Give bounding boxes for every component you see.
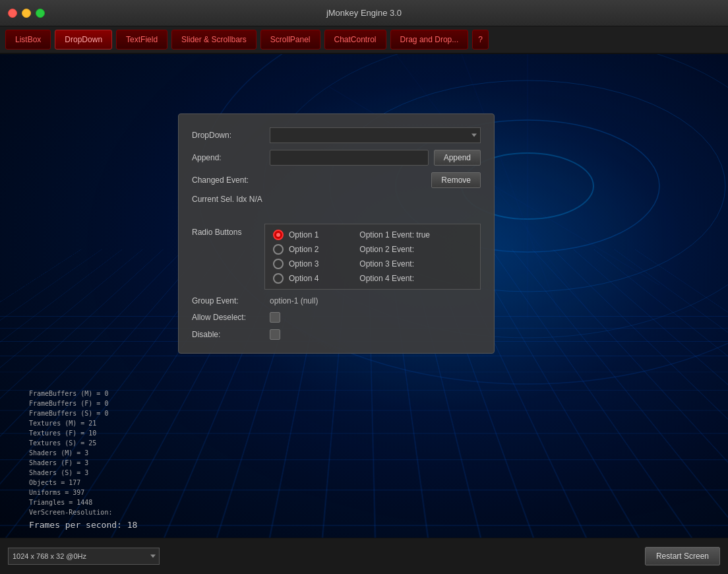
stats-line: FrameBuffers (M) = 0 (29, 389, 137, 399)
radio-label-4: Option 4 (289, 274, 318, 283)
resolution-wrapper[interactable]: 1024 x 768 x 32 @0Hz (8, 548, 160, 565)
stats-line: Shaders (M) = 3 (29, 448, 137, 458)
append-button[interactable]: Append (434, 150, 481, 166)
disable-checkbox[interactable] (270, 329, 280, 340)
append-input[interactable] (270, 150, 429, 166)
window-title: jMonkey Engine 3.0 (326, 8, 402, 18)
current-sel-label: Current Sel. Idx N/A (192, 195, 264, 204)
radio-label-3: Option 3 (289, 259, 318, 269)
changed-event-label: Changed Event: (192, 175, 264, 185)
stats-overlay: FrameBuffers (M) = 0FrameBuffers (F) = 0… (29, 389, 137, 532)
window-controls (8, 9, 45, 18)
event-item-3: Option 3 Event: (359, 259, 472, 269)
tab-listbox[interactable]: ListBox (5, 30, 51, 49)
minimize-button[interactable] (22, 9, 31, 18)
radio-options-panel: Option 1Option 2Option 3Option 4 Option … (264, 224, 481, 290)
maximize-button[interactable] (36, 9, 45, 18)
radio-item-2[interactable]: Option 2 (273, 244, 359, 255)
toolbar: ListBoxDropDownTextFieldSlider & Scrollb… (0, 26, 728, 54)
close-button[interactable] (8, 9, 17, 18)
bottombar: 1024 x 768 x 32 @0Hz Restart Screen (0, 538, 728, 574)
radio-circle-1[interactable] (273, 230, 284, 240)
stats-line: Triangles = 1448 (29, 497, 137, 507)
tab-textfield[interactable]: TextField (116, 30, 167, 49)
tab-dropdown[interactable]: DropDown (55, 30, 112, 49)
event-item-2: Option 2 Event: (359, 244, 472, 255)
radio-item-1[interactable]: Option 1 (273, 230, 359, 240)
fps-text: Frames per second: 18 (29, 519, 137, 532)
stats-line: Objects = 177 (29, 478, 137, 488)
stats-line: FrameBuffers (F) = 0 (29, 399, 137, 408)
radio-section: Radio Buttons Option 1Option 2Option 3Op… (192, 224, 481, 290)
titlebar: jMonkey Engine 3.0 (0, 0, 728, 26)
radio-item-3[interactable]: Option 3 (273, 259, 359, 269)
allow-deselect-checkbox[interactable] (270, 312, 280, 323)
current-sel-row: Current Sel. Idx N/A (192, 195, 481, 204)
radio-circle-4[interactable] (273, 273, 284, 284)
remove-button[interactable]: Remove (431, 172, 481, 188)
resolution-select[interactable]: 1024 x 768 x 32 @0Hz (8, 548, 160, 565)
changed-event-row: Changed Event: Remove (192, 172, 481, 188)
event-item-1: Option 1 Event: true (359, 230, 472, 240)
radio-label-1: Option 1 (289, 230, 318, 239)
disable-label: Disable: (192, 330, 264, 339)
main-area: FrameBuffers (M) = 0FrameBuffers (F) = 0… (0, 54, 728, 538)
dropdown-label: DropDown: (192, 131, 264, 140)
stats-line: FrameBuffers (S) = 0 (29, 408, 137, 418)
radio-label-2: Option 2 (289, 245, 318, 254)
radio-options-col: Option 1Option 2Option 3Option 4 (273, 230, 359, 284)
radio-circle-2[interactable] (273, 244, 284, 255)
dropdown-select[interactable] (270, 127, 481, 143)
event-col: Option 1 Event: trueOption 2 Event:Optio… (359, 230, 472, 284)
disable-row: Disable: (192, 329, 481, 340)
dropdown-wrapper[interactable] (270, 127, 481, 143)
dialog-panel: DropDown: Append: Append Changed Event: … (178, 113, 495, 354)
stats-line: VerScreen-Resolution: (29, 507, 137, 517)
tab-help[interactable]: ? (472, 30, 489, 49)
dropdown-row: DropDown: (192, 127, 481, 143)
stats-line: Textures (S) = 25 (29, 438, 137, 448)
radio-section-label: Radio Buttons (192, 224, 264, 290)
tab-drag-and-drop[interactable]: Drag and Drop... (390, 30, 469, 49)
tab-scrollpanel[interactable]: ScrollPanel (260, 30, 320, 49)
group-event-value: option-1 (null) (270, 296, 318, 305)
stats-line: Textures (F) = 10 (29, 428, 137, 438)
event-item-4: Option 4 Event: (359, 273, 472, 284)
allow-deselect-row: Allow Deselect: (192, 312, 481, 323)
radio-circle-3[interactable] (273, 259, 284, 269)
append-label: Append: (192, 153, 264, 162)
group-event-label: Group Event: (192, 296, 264, 305)
stats-line: Shaders (S) = 3 (29, 468, 137, 478)
group-event-row: Group Event: option-1 (null) (192, 296, 481, 305)
stats-line: Shaders (F) = 3 (29, 458, 137, 468)
stats-line: Textures (M) = 21 (29, 418, 137, 428)
tab-slider-scrollbars[interactable]: Slider & Scrollbars (171, 30, 257, 49)
tab-chatcontrol[interactable]: ChatControl (324, 30, 386, 49)
allow-deselect-label: Allow Deselect: (192, 313, 264, 322)
append-row: Append: Append (192, 150, 481, 166)
restart-screen-button[interactable]: Restart Screen (645, 547, 720, 565)
radio-item-4[interactable]: Option 4 (273, 273, 359, 284)
stats-line: Uniforms = 397 (29, 488, 137, 497)
